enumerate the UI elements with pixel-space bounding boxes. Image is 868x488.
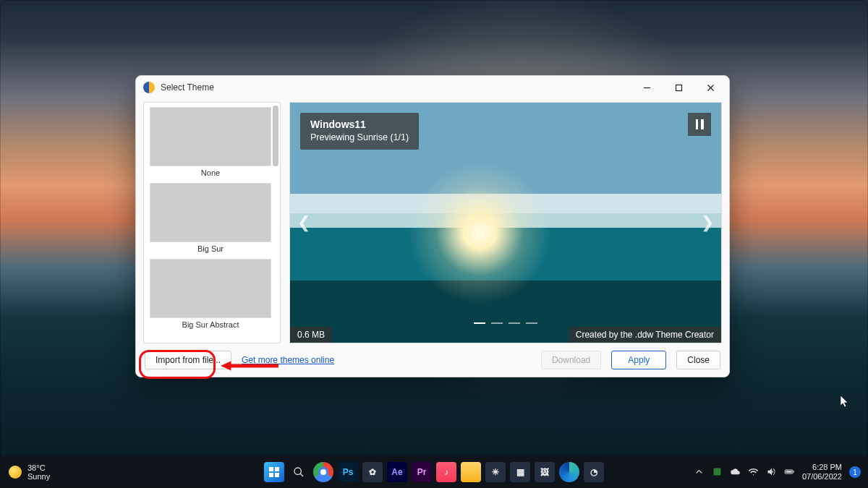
- select-theme-window: Select Theme None: [135, 75, 730, 377]
- theme-item[interactable]: None: [148, 107, 273, 177]
- prev-arrow[interactable]: ❮: [293, 209, 315, 236]
- app-icon[interactable]: ✿: [362, 462, 383, 482]
- tray-chevron-icon[interactable]: [694, 466, 705, 479]
- tray-app-icon[interactable]: [712, 466, 723, 479]
- desktop-wallpaper: Select Theme None: [0, 0, 868, 488]
- minimize-button[interactable]: [631, 77, 663, 98]
- theme-label: None: [201, 168, 220, 177]
- theme-thumbnail: [150, 107, 271, 166]
- next-arrow[interactable]: ❯: [697, 209, 718, 236]
- taskbar-apps: Ps ✿ Ae Pr ♪ ✳ ▦ 🖼 ◔: [264, 462, 604, 482]
- theme-label: Big Sur Abstract: [182, 320, 239, 329]
- svg-rect-6: [793, 471, 793, 473]
- scrollbar-thumb[interactable]: [273, 106, 278, 166]
- sun-icon: [9, 466, 22, 479]
- clock[interactable]: 6:28 PM 07/06/2022: [802, 463, 842, 481]
- music-icon[interactable]: ♪: [436, 462, 456, 482]
- clock-time: 6:28 PM: [802, 463, 842, 472]
- theme-item[interactable]: Big Sur: [148, 183, 273, 253]
- search-button[interactable]: [289, 462, 309, 482]
- taskbar: 38°C Sunny Ps ✿ Ae Pr ♪ ✳ ▦ 🖼 ◔: [0, 456, 868, 488]
- titlebar[interactable]: Select Theme: [136, 76, 729, 99]
- pause-icon: [696, 119, 699, 129]
- theme-item[interactable]: Big Sur Abstract: [148, 259, 273, 329]
- close-button[interactable]: [694, 77, 726, 98]
- slide-dot[interactable]: [509, 322, 520, 325]
- volume-icon[interactable]: [766, 466, 777, 479]
- chrome-icon[interactable]: [313, 462, 333, 482]
- theme-label: Big Sur: [197, 244, 224, 253]
- slide-dot[interactable]: [491, 322, 503, 325]
- weather-cond: Sunny: [27, 472, 50, 481]
- start-button[interactable]: [264, 462, 284, 482]
- dialog-footer: Import from file... Get more themes onli…: [136, 343, 729, 377]
- svg-rect-3: [713, 468, 720, 475]
- weather-widget[interactable]: 38°C Sunny: [0, 463, 50, 481]
- theme-preview: Windows11 Previewing Sunrise (1/1) ❮ ❯ 0…: [289, 102, 722, 343]
- battery-icon[interactable]: [784, 466, 795, 479]
- app-icon: [143, 82, 155, 93]
- maximize-button[interactable]: [663, 77, 694, 98]
- download-button[interactable]: Download: [541, 351, 601, 369]
- apply-button[interactable]: Apply: [611, 351, 666, 369]
- wdd-icon[interactable]: ◔: [584, 462, 604, 482]
- app-icon[interactable]: 🖼: [535, 462, 555, 482]
- cursor-icon: [840, 395, 850, 411]
- clock-date: 07/06/2022: [802, 472, 842, 481]
- slide-dot[interactable]: [474, 322, 485, 325]
- theme-thumbnail: [150, 183, 271, 242]
- cloud-icon[interactable]: [730, 466, 741, 479]
- edge-icon[interactable]: [559, 462, 579, 482]
- system-tray: 6:28 PM 07/06/2022 1: [694, 463, 868, 481]
- weather-temp: 38°C: [27, 463, 50, 472]
- preview-name: Windows11: [310, 118, 409, 132]
- import-button[interactable]: Import from file...: [145, 351, 231, 369]
- more-themes-link[interactable]: Get more themes online: [242, 355, 334, 365]
- after-effects-icon[interactable]: Ae: [387, 462, 407, 482]
- pause-button[interactable]: [688, 113, 711, 136]
- preview-caption: Windows11 Previewing Sunrise (1/1): [300, 113, 419, 150]
- premiere-icon[interactable]: Pr: [412, 462, 432, 482]
- pause-icon: [701, 119, 704, 129]
- preview-size: 0.6 MB: [290, 327, 332, 343]
- svg-point-2: [294, 468, 301, 474]
- app-icon[interactable]: ▦: [510, 462, 530, 482]
- slack-icon[interactable]: ✳: [485, 462, 506, 482]
- preview-creator: Created by the .ddw Theme Creator: [569, 327, 721, 343]
- theme-thumbnail: [150, 259, 271, 318]
- svg-rect-0: [676, 85, 681, 90]
- close-dialog-button[interactable]: Close: [676, 351, 720, 369]
- window-title: Select Theme: [161, 82, 214, 93]
- preview-status: Previewing Sunrise (1/1): [310, 132, 409, 142]
- notification-badge[interactable]: 1: [849, 466, 861, 478]
- photoshop-icon[interactable]: Ps: [338, 462, 358, 482]
- theme-list: None Big Sur Big Sur Abstract: [143, 102, 281, 343]
- slide-indicators: [474, 322, 537, 325]
- file-explorer-icon[interactable]: [461, 462, 481, 482]
- wifi-icon[interactable]: [748, 466, 759, 479]
- slide-dot[interactable]: [526, 322, 537, 325]
- svg-rect-5: [786, 471, 791, 473]
